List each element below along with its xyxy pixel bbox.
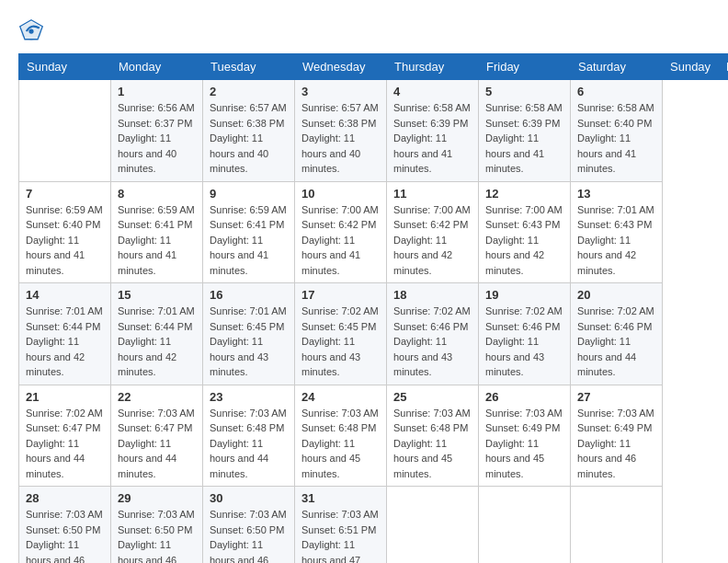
calendar-cell: 31Sunrise: 7:03 AMSunset: 6:51 PMDayligh…	[295, 487, 387, 564]
calendar-cell: 6Sunrise: 6:58 AMSunset: 6:40 PMDaylight…	[571, 80, 663, 182]
day-number: 3	[301, 85, 380, 98]
day-number: 9	[210, 187, 288, 201]
day-detail: Sunrise: 6:59 AMSunset: 6:41 PMDaylight:…	[118, 202, 196, 279]
day-number: 29	[118, 491, 196, 505]
logo-icon	[18, 18, 44, 44]
day-of-week-header: Thursday	[387, 54, 479, 80]
day-number: 26	[485, 390, 563, 404]
calendar-header-row: SundayMondayTuesdayWednesdayThursdayFrid…	[19, 54, 729, 80]
day-of-week-header: Sunday	[663, 54, 719, 80]
day-detail: Sunrise: 7:02 AMSunset: 6:47 PMDaylight:…	[26, 406, 104, 482]
day-of-week-header: Friday	[479, 54, 571, 80]
day-detail: Sunrise: 7:03 AMSunset: 6:50 PMDaylight:…	[118, 507, 196, 563]
calendar-week-row: 1Sunrise: 6:56 AMSunset: 6:37 PMDaylight…	[19, 80, 729, 182]
day-detail: Sunrise: 7:03 AMSunset: 6:48 PMDaylight:…	[393, 406, 472, 482]
day-number: 2	[210, 85, 288, 98]
day-detail: Sunrise: 7:03 AMSunset: 6:48 PMDaylight:…	[301, 406, 380, 482]
day-number: 13	[577, 187, 655, 201]
calendar-cell: 10Sunrise: 7:00 AMSunset: 6:42 PMDayligh…	[295, 181, 387, 283]
day-number: 30	[210, 491, 288, 505]
day-number: 1	[118, 85, 196, 98]
day-number: 19	[485, 288, 563, 302]
calendar-cell: 21Sunrise: 7:02 AMSunset: 6:47 PMDayligh…	[19, 385, 111, 487]
calendar-cell: 25Sunrise: 7:03 AMSunset: 6:48 PMDayligh…	[387, 385, 479, 487]
day-of-week-header: Tuesday	[203, 54, 295, 80]
day-detail: Sunrise: 7:03 AMSunset: 6:48 PMDaylight:…	[210, 406, 288, 482]
calendar-cell: 28Sunrise: 7:03 AMSunset: 6:50 PMDayligh…	[19, 487, 111, 564]
calendar-cell: 8Sunrise: 6:59 AMSunset: 6:41 PMDaylight…	[111, 181, 203, 283]
day-detail: Sunrise: 7:01 AMSunset: 6:44 PMDaylight:…	[26, 304, 104, 380]
day-number: 28	[26, 491, 104, 505]
day-number: 12	[485, 187, 563, 201]
day-detail: Sunrise: 7:02 AMSunset: 6:46 PMDaylight:…	[393, 304, 472, 380]
day-detail: Sunrise: 7:02 AMSunset: 6:45 PMDaylight:…	[301, 304, 380, 380]
calendar-cell: 9Sunrise: 6:59 AMSunset: 6:41 PMDaylight…	[203, 181, 295, 283]
calendar-cell	[19, 80, 111, 182]
day-detail: Sunrise: 7:02 AMSunset: 6:46 PMDaylight:…	[577, 304, 655, 380]
calendar-cell: 3Sunrise: 6:57 AMSunset: 6:38 PMDaylight…	[295, 80, 387, 182]
calendar-cell: 7Sunrise: 6:59 AMSunset: 6:40 PMDaylight…	[19, 181, 111, 283]
calendar-cell: 23Sunrise: 7:03 AMSunset: 6:48 PMDayligh…	[203, 385, 295, 487]
calendar-cell: 16Sunrise: 7:01 AMSunset: 6:45 PMDayligh…	[203, 283, 295, 385]
day-detail: Sunrise: 6:57 AMSunset: 6:38 PMDaylight:…	[301, 100, 380, 177]
day-number: 5	[485, 85, 563, 98]
day-number: 24	[301, 390, 380, 404]
day-detail: Sunrise: 7:03 AMSunset: 6:51 PMDaylight:…	[301, 507, 380, 563]
calendar-cell: 15Sunrise: 7:01 AMSunset: 6:44 PMDayligh…	[111, 283, 203, 385]
day-detail: Sunrise: 7:00 AMSunset: 6:42 PMDaylight:…	[393, 202, 472, 279]
day-detail: Sunrise: 7:01 AMSunset: 6:43 PMDaylight:…	[577, 202, 655, 279]
day-number: 18	[393, 288, 472, 302]
day-of-week-header: Monday	[111, 54, 203, 80]
calendar-cell: 24Sunrise: 7:03 AMSunset: 6:48 PMDayligh…	[295, 385, 387, 487]
calendar-week-row: 14Sunrise: 7:01 AMSunset: 6:44 PMDayligh…	[19, 283, 729, 385]
calendar-cell: 12Sunrise: 7:00 AMSunset: 6:43 PMDayligh…	[479, 181, 571, 283]
day-number: 15	[118, 288, 196, 302]
day-detail: Sunrise: 7:02 AMSunset: 6:46 PMDaylight:…	[485, 304, 563, 380]
calendar-cell: 18Sunrise: 7:02 AMSunset: 6:46 PMDayligh…	[387, 283, 479, 385]
calendar-cell: 4Sunrise: 6:58 AMSunset: 6:39 PMDaylight…	[387, 80, 479, 182]
calendar-cell: 1Sunrise: 6:56 AMSunset: 6:37 PMDaylight…	[111, 80, 203, 182]
day-number: 31	[301, 491, 380, 505]
day-detail: Sunrise: 6:58 AMSunset: 6:39 PMDaylight:…	[485, 100, 563, 177]
day-detail: Sunrise: 7:03 AMSunset: 6:50 PMDaylight:…	[26, 507, 104, 563]
day-detail: Sunrise: 6:57 AMSunset: 6:38 PMDaylight:…	[210, 100, 288, 177]
day-detail: Sunrise: 6:58 AMSunset: 6:39 PMDaylight:…	[393, 100, 472, 177]
day-number: 10	[301, 187, 380, 201]
page-header	[18, 18, 710, 44]
day-number: 23	[210, 390, 288, 404]
calendar-week-row: 28Sunrise: 7:03 AMSunset: 6:50 PMDayligh…	[19, 487, 729, 564]
day-number: 22	[118, 390, 196, 404]
day-detail: Sunrise: 7:03 AMSunset: 6:49 PMDaylight:…	[485, 406, 563, 482]
day-number: 17	[301, 288, 380, 302]
day-detail: Sunrise: 7:01 AMSunset: 6:45 PMDaylight:…	[210, 304, 288, 380]
day-number: 21	[26, 390, 104, 404]
calendar-cell: 13Sunrise: 7:01 AMSunset: 6:43 PMDayligh…	[571, 181, 663, 283]
calendar-table: SundayMondayTuesdayWednesdayThursdayFrid…	[18, 53, 728, 563]
day-detail: Sunrise: 6:58 AMSunset: 6:40 PMDaylight:…	[577, 100, 655, 177]
calendar-cell: 30Sunrise: 7:03 AMSunset: 6:50 PMDayligh…	[203, 487, 295, 564]
day-detail: Sunrise: 7:00 AMSunset: 6:42 PMDaylight:…	[301, 202, 380, 279]
day-detail: Sunrise: 7:01 AMSunset: 6:44 PMDaylight:…	[118, 304, 196, 380]
day-number: 8	[118, 187, 196, 201]
day-number: 14	[26, 288, 104, 302]
day-number: 7	[26, 187, 104, 201]
day-number: 20	[577, 288, 655, 302]
calendar-cell: 17Sunrise: 7:02 AMSunset: 6:45 PMDayligh…	[295, 283, 387, 385]
day-detail: Sunrise: 7:03 AMSunset: 6:47 PMDaylight:…	[118, 406, 196, 482]
day-number: 11	[393, 187, 472, 201]
calendar-cell: 14Sunrise: 7:01 AMSunset: 6:44 PMDayligh…	[19, 283, 111, 385]
calendar-cell: 20Sunrise: 7:02 AMSunset: 6:46 PMDayligh…	[571, 283, 663, 385]
calendar-cell	[571, 487, 663, 564]
day-detail: Sunrise: 6:59 AMSunset: 6:41 PMDaylight:…	[210, 202, 288, 279]
day-number: 27	[577, 390, 655, 404]
day-of-week-header: Saturday	[571, 54, 663, 80]
day-detail: Sunrise: 6:56 AMSunset: 6:37 PMDaylight:…	[118, 100, 196, 177]
day-number: 4	[393, 85, 472, 98]
calendar-week-row: 21Sunrise: 7:02 AMSunset: 6:47 PMDayligh…	[19, 385, 729, 487]
svg-point-2	[28, 29, 33, 33]
calendar-week-row: 7Sunrise: 6:59 AMSunset: 6:40 PMDaylight…	[19, 181, 729, 283]
calendar-cell: 5Sunrise: 6:58 AMSunset: 6:39 PMDaylight…	[479, 80, 571, 182]
day-detail: Sunrise: 7:03 AMSunset: 6:49 PMDaylight:…	[577, 406, 655, 482]
calendar-cell: 29Sunrise: 7:03 AMSunset: 6:50 PMDayligh…	[111, 487, 203, 564]
calendar-cell: 11Sunrise: 7:00 AMSunset: 6:42 PMDayligh…	[387, 181, 479, 283]
